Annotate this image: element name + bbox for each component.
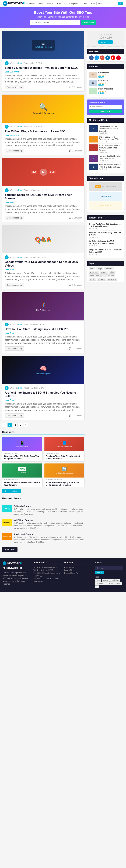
continue-reading-button[interactable]: Continue reading bbox=[5, 283, 24, 287]
more-deals-button[interactable]: More Deals bbox=[2, 547, 17, 552]
footer-logo: KP KEYWORDPro bbox=[3, 561, 31, 565]
recent-post-title[interactable]: Artificial Intelligence & SEO: 5 Strateg… bbox=[89, 240, 122, 245]
post-title-link[interactable]: How You Can Start Building Links Like a … bbox=[5, 328, 69, 331]
linkedin-follow-icon[interactable]: in bbox=[106, 56, 110, 60]
next-page-button[interactable]: » bbox=[24, 423, 28, 427]
continue-reading-button[interactable]: Continue reading bbox=[5, 216, 24, 220]
hero-subscribe-button[interactable]: Subscribe bbox=[81, 20, 96, 25]
viewed-title[interactable]: YouTube Users on iOS Can Now Live Stream… bbox=[99, 145, 122, 151]
logo[interactable]: KP KEYWORDPro bbox=[3, 1, 28, 6]
author-link[interactable]: Ellen bbox=[18, 387, 22, 389]
facebook-follow-icon[interactable]: f bbox=[89, 56, 94, 60]
footer-tag[interactable]: SEO bbox=[95, 579, 101, 582]
author-link[interactable]: Ellen bbox=[18, 323, 22, 326]
prev-page-button[interactable]: « bbox=[2, 423, 7, 427]
tag[interactable]: Links bbox=[109, 271, 116, 274]
post-title-link[interactable]: Google Wants Your SEO Questions for a Se… bbox=[5, 260, 78, 267]
footer-tag[interactable]: WordPress bbox=[95, 582, 106, 585]
footer-tag[interactable]: Marketing bbox=[110, 579, 120, 582]
page-2-button[interactable]: 2 bbox=[13, 423, 17, 427]
featured-deals-section: Featured Deals GoDaddy GoDaddy Coupon Go… bbox=[2, 497, 85, 552]
post-card: Q&A E Written by Ellen Posted on Novembe… bbox=[2, 225, 85, 289]
header-search-input[interactable] bbox=[96, 2, 117, 5]
viewed-title[interactable]: Single vs. Multiple Websites – Which is … bbox=[99, 163, 122, 168]
nav-more[interactable]: More bbox=[82, 2, 88, 5]
tag[interactable]: Social Media bbox=[89, 274, 100, 277]
explore-button[interactable]: Explore Free bbox=[98, 40, 113, 44]
footer-tag[interactable]: Content bbox=[106, 582, 115, 585]
footer-tag[interactable]: Links bbox=[115, 582, 122, 585]
godaddy-logo: GoDaddy bbox=[2, 505, 12, 512]
continue-reading-button[interactable]: Continue reading bbox=[5, 346, 24, 351]
headline-title[interactable]: Facebook Tests Data-Friendly Instant Vid… bbox=[46, 455, 83, 460]
post-footer: Continue reading 💬 0 Comment bbox=[5, 346, 82, 351]
headline-date: Today · Apr 9 2018 bbox=[4, 453, 41, 454]
post-title-link[interactable]: The 25 Best Blogs & Resources to Learn S… bbox=[5, 130, 66, 133]
headline-title[interactable]: 3 Reasons SEO is Incredibly Valuable to … bbox=[4, 481, 41, 486]
deal-title: GoDaddy Coupon bbox=[13, 505, 85, 507]
nav-home[interactable]: Home bbox=[28, 2, 36, 5]
footer-tag[interactable]: Google bbox=[102, 579, 110, 582]
viewed-item: 💻 Single vs. Multiple Websites – Which i… bbox=[89, 163, 122, 171]
header-search-button[interactable]: 🔍 bbox=[118, 2, 123, 5]
nav-categories[interactable]: Categories bbox=[68, 2, 79, 5]
headline-title[interactable]: 4 Vital Tips on Managing Your Social Med… bbox=[46, 481, 83, 486]
tag[interactable]: Google bbox=[95, 267, 103, 270]
tag[interactable]: Local SEO bbox=[107, 278, 117, 281]
nav-coupons[interactable]: Coupons bbox=[56, 2, 66, 5]
author-link[interactable]: Ellen bbox=[18, 189, 22, 191]
viewed-title[interactable]: The 25 Best Blogs & Resources to Learn S… bbox=[99, 136, 122, 141]
newsletter-subscribe-button[interactable]: Subscribe bbox=[89, 110, 122, 113]
post-title-link[interactable]: Artificial Intelligence & SEO: 5 Strateg… bbox=[5, 391, 76, 398]
tag[interactable]: WordPress bbox=[89, 271, 99, 274]
recent-post-title[interactable]: Google Wants Your SEO Questions for a Se… bbox=[89, 223, 122, 227]
tag[interactable]: YouTube bbox=[106, 274, 115, 277]
footer-recent-link[interactable]: Single vs. Multiple Websites – Which is … bbox=[33, 566, 57, 571]
hero-email-input[interactable] bbox=[30, 20, 80, 25]
post-title-link[interactable]: YouTube Users on iOS Can Now Live Stream… bbox=[5, 193, 72, 200]
nav-buy[interactable]: Buy bbox=[90, 2, 96, 5]
tag[interactable]: Keywords bbox=[97, 278, 107, 281]
recent-post-title[interactable]: How You Can Start Building Links Like a … bbox=[89, 231, 122, 236]
footer-product-link[interactable]: Lean It Film bbox=[65, 569, 74, 571]
tag[interactable]: Marketing bbox=[104, 267, 114, 270]
twitter-follow-icon[interactable]: t bbox=[94, 56, 99, 60]
footer-search-button[interactable]: Search bbox=[95, 571, 104, 574]
continue-reading-button[interactable]: Continue reading bbox=[5, 149, 24, 153]
viewed-date: Oct 16, 2017 bbox=[99, 159, 122, 161]
nav-plugins[interactable]: Plugins bbox=[46, 2, 54, 5]
nav-blog[interactable]: Blog bbox=[38, 2, 44, 5]
recent-post-title[interactable]: Single vs. Multiple Websites – Which is … bbox=[89, 249, 122, 253]
footer-logo-text: KEYWORDPro bbox=[7, 562, 24, 565]
page-1-button[interactable]: 1 bbox=[7, 423, 12, 427]
post-meta-text: Written by Ellen Posted on April 6, 2018 bbox=[10, 126, 42, 128]
footer-product-link[interactable]: CustomBook bbox=[65, 566, 74, 568]
footer-search-input[interactable] bbox=[95, 566, 123, 570]
viewed-title[interactable]: How You Can Start Building Links Like a … bbox=[99, 155, 122, 159]
footer-about-title: About Keyword Pro bbox=[3, 567, 31, 570]
footer-tag[interactable]: AI bbox=[95, 585, 99, 588]
footer-logo-icon: KP bbox=[3, 561, 6, 565]
author-link[interactable]: Ellen bbox=[18, 126, 22, 128]
footer-recent-link[interactable]: YouTube Users on iOS Can Now Live Stream bbox=[33, 578, 59, 583]
footer-recent-link[interactable]: The 25 Best Blogs & Resources to Learn S… bbox=[33, 572, 60, 577]
page-3-button[interactable]: 3 bbox=[18, 423, 23, 427]
tag[interactable]: Traffic bbox=[89, 278, 96, 281]
google-follow-icon[interactable]: G bbox=[100, 56, 104, 60]
tag[interactable]: Content bbox=[100, 271, 108, 274]
tag[interactable]: SEO bbox=[89, 267, 95, 270]
youtube-follow-icon[interactable]: ▶ bbox=[111, 56, 115, 60]
logo-text: KEYWORDPro bbox=[8, 2, 28, 5]
post-title-link[interactable]: Single vs. Multiple Websites – Which is … bbox=[5, 66, 79, 69]
newsletter-email-input[interactable] bbox=[89, 105, 122, 108]
continue-reading-button[interactable]: Continue reading bbox=[5, 85, 24, 89]
read-headlines-button[interactable]: Read Headlines bbox=[2, 489, 20, 493]
pinterest-follow-icon[interactable]: P bbox=[116, 56, 121, 60]
headline-title[interactable]: 5 Strategies That Will Really Grow Your … bbox=[4, 455, 41, 460]
author-link[interactable]: Ellen bbox=[18, 256, 22, 258]
author-link[interactable]: Ellen bbox=[18, 62, 22, 64]
viewed-title[interactable]: Google Wants Your SEO Questions for a Se… bbox=[99, 125, 122, 132]
footer-product-link[interactable]: ProductName Pro bbox=[65, 572, 78, 574]
continue-reading-button[interactable]: Continue reading bbox=[5, 413, 24, 418]
tag[interactable]: AI bbox=[101, 274, 106, 277]
